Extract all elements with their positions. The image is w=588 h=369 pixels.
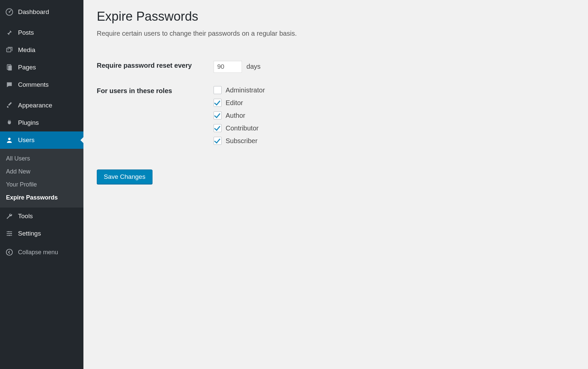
sidebar-label: Settings	[18, 230, 41, 237]
sidebar-label: Users	[18, 136, 35, 144]
role-name: Editor	[226, 99, 243, 107]
sidebar-item-pages[interactable]: Pages	[0, 59, 83, 76]
svg-rect-5	[8, 66, 12, 71]
sidebar-item-settings[interactable]: Settings	[0, 225, 83, 242]
sidebar-label: Posts	[18, 29, 34, 36]
collapse-icon	[5, 248, 14, 257]
plug-icon	[5, 118, 14, 127]
pin-icon	[5, 28, 14, 37]
main-content: Expire Passwords Require certain users t…	[83, 0, 588, 369]
wrench-icon	[5, 212, 14, 221]
role-checkbox-subscriber[interactable]	[214, 137, 222, 145]
role-name: Author	[226, 112, 245, 119]
collapse-label: Collapse menu	[18, 249, 58, 256]
svg-point-10	[6, 249, 12, 255]
submenu-all-users[interactable]: All Users	[0, 152, 83, 165]
user-icon	[5, 135, 14, 145]
role-row-author: Author	[214, 111, 265, 119]
sidebar-item-plugins[interactable]: Plugins	[0, 114, 83, 131]
svg-rect-2	[7, 48, 11, 52]
brush-icon	[5, 101, 14, 110]
role-checkbox-administrator[interactable]	[214, 86, 222, 94]
svg-point-6	[8, 138, 10, 140]
svg-point-9	[9, 235, 10, 236]
role-row-editor: Editor	[214, 99, 265, 107]
reset-interval-label: Require password reset every	[97, 54, 210, 79]
submenu-add-new[interactable]: Add New	[0, 165, 83, 178]
svg-point-7	[8, 231, 9, 233]
sidebar-label: Plugins	[18, 119, 39, 126]
users-submenu: All Users Add New Your Profile Expire Pa…	[0, 149, 83, 208]
admin-sidebar: Dashboard Posts Media Pages Comments App…	[0, 0, 83, 369]
comment-icon	[5, 80, 14, 89]
sidebar-item-media[interactable]: Media	[0, 41, 83, 59]
svg-point-1	[9, 11, 10, 13]
svg-point-8	[11, 233, 12, 234]
sidebar-label: Dashboard	[18, 8, 49, 16]
role-checkbox-editor[interactable]	[214, 99, 222, 107]
sidebar-label: Tools	[18, 213, 33, 220]
dashboard-icon	[5, 7, 14, 17]
save-changes-button[interactable]: Save Changes	[97, 169, 153, 184]
reset-days-input[interactable]	[214, 61, 242, 73]
role-row-contributor: Contributor	[214, 124, 265, 132]
sidebar-item-posts[interactable]: Posts	[0, 24, 83, 41]
sidebar-item-tools[interactable]: Tools	[0, 208, 83, 225]
role-row-subscriber: Subscriber	[214, 137, 265, 145]
sidebar-label: Media	[18, 46, 35, 54]
reset-unit: days	[247, 63, 261, 70]
settings-form: Require password reset every days For us…	[97, 54, 268, 156]
pages-icon	[5, 63, 14, 72]
submenu-expire-passwords[interactable]: Expire Passwords	[0, 191, 83, 204]
role-row-administrator: Administrator	[214, 86, 265, 94]
sidebar-label: Comments	[18, 81, 49, 88]
submenu-your-profile[interactable]: Your Profile	[0, 178, 83, 191]
media-icon	[5, 45, 14, 55]
roles-label: For users in these roles	[97, 79, 210, 156]
role-name: Contributor	[226, 124, 259, 132]
role-name: Subscriber	[226, 137, 258, 145]
sidebar-item-appearance[interactable]: Appearance	[0, 97, 83, 114]
sidebar-item-dashboard[interactable]: Dashboard	[0, 3, 83, 21]
role-name: Administrator	[226, 86, 265, 94]
sliders-icon	[5, 229, 14, 238]
page-title: Expire Passwords	[97, 9, 575, 24]
sidebar-label: Appearance	[18, 102, 52, 109]
sidebar-item-users[interactable]: Users	[0, 131, 83, 149]
page-description: Require certain users to change their pa…	[97, 30, 575, 37]
role-checkbox-contributor[interactable]	[214, 124, 222, 132]
sidebar-label: Pages	[18, 64, 36, 71]
svg-point-3	[8, 49, 9, 50]
sidebar-item-comments[interactable]: Comments	[0, 76, 83, 93]
role-checkbox-author[interactable]	[214, 111, 222, 119]
collapse-menu[interactable]: Collapse menu	[0, 244, 83, 261]
